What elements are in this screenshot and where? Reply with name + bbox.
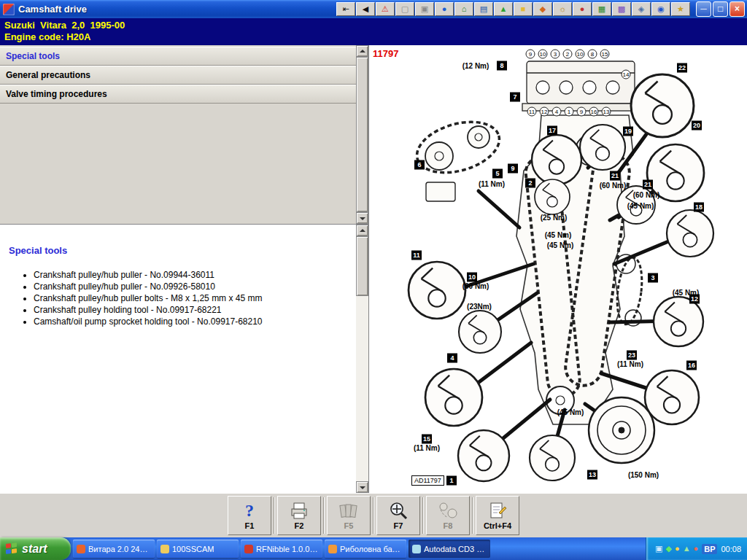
topic-special-tools[interactable]: Special tools (0, 47, 356, 66)
windows-logo-icon (6, 542, 18, 555)
content-panel: Special tools Crankshaft pulley/hub pull… (0, 225, 356, 493)
go-first-icon[interactable]: ⇤ (336, 2, 355, 16)
callout-21: 21 (643, 180, 653, 190)
app-icon (3, 4, 15, 15)
scroll-thumb[interactable] (356, 236, 368, 296)
image-icon[interactable]: ▩ (612, 2, 631, 16)
task-icon (328, 545, 337, 553)
scroll-track[interactable] (356, 57, 368, 212)
torque-label: (25 Nm) (541, 214, 568, 222)
scroll-down-icon[interactable] (356, 481, 368, 493)
gear-icon[interactable]: ◆ (533, 2, 552, 16)
print-button[interactable]: F2 (277, 496, 321, 535)
topics-section: Special toolsGeneral precautionsValve ti… (0, 45, 368, 225)
start-button[interactable]: start (0, 537, 71, 560)
help-button[interactable]: ? F1 (228, 496, 271, 535)
taskbar: start Витара 2.0 24V - ...100SSCAMRFNibb… (0, 537, 747, 560)
taskbar-clock[interactable]: 00:08 (721, 545, 741, 553)
warning-icon[interactable]: ⚠ (376, 2, 395, 16)
taskbar-button[interactable]: Риболовна база я... (325, 540, 406, 558)
printer-icon (288, 501, 310, 520)
scroll-track[interactable] (356, 236, 368, 481)
callout-17: 17 (547, 126, 557, 136)
globe-icon[interactable]: ● (435, 2, 454, 16)
scroll-down-icon[interactable] (356, 212, 368, 224)
part-number-14: 14 (622, 70, 631, 79)
callout-7: 7 (510, 93, 520, 102)
callout-8: 8 (497, 61, 507, 71)
update-tray-icon[interactable]: ● (675, 545, 680, 553)
car-icon[interactable]: ● (573, 2, 592, 16)
titlebar-toolbar: ⇤◀⚠▢▣●⌂▤▲■◆☼●▦▩◈◉★ (336, 2, 690, 16)
sun-icon[interactable]: ☼ (553, 2, 572, 16)
part-number-2: 2 (563, 50, 573, 59)
scroll-up-icon[interactable] (356, 45, 368, 57)
restore-button[interactable]: □ (713, 1, 728, 17)
part-number-16: 16 (589, 107, 599, 117)
task-label: Autodata CD3 - [M... (424, 545, 487, 553)
book-icon[interactable]: ★ (671, 2, 690, 16)
svg-text:?: ? (245, 501, 254, 520)
manuals-button: F5 (327, 496, 371, 535)
special-tool-item: Crankshaft pulley/hub puller bolts - M8 … (34, 292, 349, 304)
taskbar-button[interactable]: Autodata CD3 - [M... (409, 540, 490, 558)
content-scrollbar[interactable] (356, 225, 368, 493)
titlebar: Camshaft drive ⇤◀⚠▢▣●⌂▤▲■◆☼●▦▩◈◉★ ─□× (0, 0, 747, 18)
part-number-12: 12 (540, 107, 549, 117)
window-title: Camshaft drive (18, 4, 87, 15)
taskbar-button[interactable]: 100SSCAM (157, 540, 239, 558)
go-back-icon[interactable]: ◀ (356, 2, 375, 16)
taskbar-button[interactable]: Витара 2.0 24V - ... (73, 540, 155, 558)
scroll-up-icon[interactable] (356, 225, 368, 236)
part-number-9: 9 (526, 50, 535, 59)
signal-icon[interactable]: ▲ (494, 2, 513, 16)
task-label: RFNibble 1.0.0 [w... (256, 545, 319, 553)
callout-22: 22 (677, 63, 687, 73)
callout-23: 23 (627, 351, 637, 360)
zoom-button[interactable]: F7 (376, 496, 420, 535)
torque-label: (45 Nm) (627, 202, 654, 210)
callout-4: 4 (447, 354, 457, 363)
diagram-panel: 8227171920695221211811103124231615131(12… (369, 45, 747, 493)
language-indicator[interactable]: BP (702, 544, 717, 554)
tools-icon[interactable]: ◈ (632, 2, 651, 16)
monitor-icon[interactable]: ▤ (474, 2, 493, 16)
topic-valve-timing-procedures[interactable]: Valve timing procedures (0, 85, 356, 104)
task-icon (160, 545, 169, 553)
diagram-overlay: 8227171920695221211811103124231615131(12… (369, 45, 747, 493)
close-document-button[interactable]: Ctrl+F4 (476, 496, 519, 535)
minimize-button[interactable]: ─ (696, 1, 711, 17)
home-icon[interactable]: ⌂ (454, 2, 473, 16)
tile-windows-icon[interactable]: ▣ (415, 2, 434, 16)
topic-general-precautions[interactable]: General precautions (0, 66, 356, 85)
torque-label: (45 Nm) (557, 408, 584, 416)
task-icon (412, 545, 421, 553)
info-icon[interactable]: ◉ (651, 2, 670, 16)
topic-list: Special toolsGeneral precautionsValve ti… (0, 45, 356, 224)
special-tool-item: Crankshaft pulley holding tool - No.0991… (34, 304, 349, 316)
tray-icons: ▣◆●▲● (655, 545, 698, 553)
callout-20: 20 (692, 121, 702, 131)
torque-label: (11 Nm) (617, 360, 643, 368)
part-number-1: 1 (565, 107, 574, 117)
antivirus-tray-icon[interactable]: ◆ (666, 545, 672, 553)
callout-18: 18 (694, 203, 704, 212)
separator (274, 497, 275, 534)
help-icon: ? (239, 501, 260, 520)
taskbar-button[interactable]: RFNibble 1.0.0 [w... (241, 540, 322, 558)
volume-tray-icon[interactable]: ● (694, 545, 699, 553)
window-icon[interactable]: ▢ (395, 2, 414, 16)
close-button[interactable]: × (729, 1, 745, 17)
display-tray-icon[interactable]: ▣ (655, 545, 662, 553)
network-tray-icon[interactable]: ▲ (683, 545, 691, 553)
scroll-thumb[interactable] (356, 57, 368, 212)
linked-diagram-button: F8 (426, 496, 470, 535)
torque-label: (11 Nm) (479, 180, 505, 188)
torque-label: (45 Nm) (545, 231, 572, 239)
vehicle-header: Suzuki Vitara 2,0 1995-00 Engine code: H… (0, 18, 747, 45)
topics-scrollbar[interactable] (356, 45, 368, 224)
folder-icon[interactable]: ■ (514, 2, 533, 16)
torque-label: (60 Nm) (633, 191, 660, 199)
special-tools-list: Crankshaft pulley/hub puller - No.09944-… (34, 269, 349, 327)
chart-icon[interactable]: ▦ (592, 2, 611, 16)
